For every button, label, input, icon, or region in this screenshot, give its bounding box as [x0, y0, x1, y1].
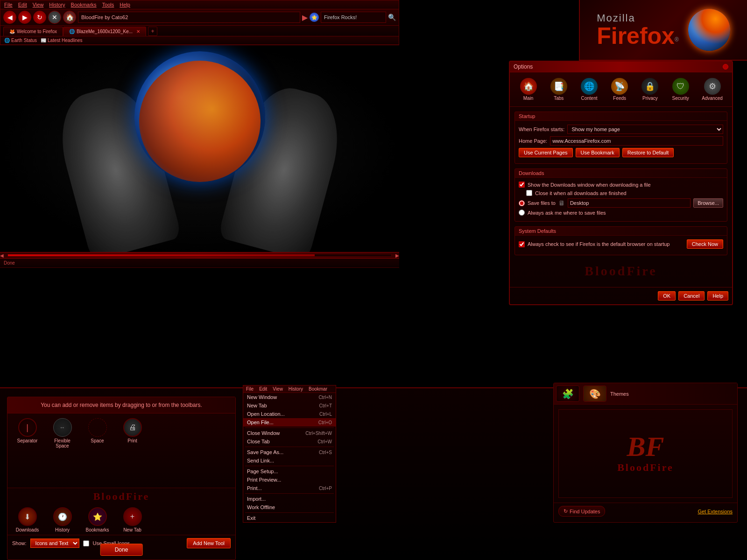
- pref-tab-feeds[interactable]: 📡 Feeds: [607, 76, 633, 103]
- tab-welcome[interactable]: 🦊 Welcome to Firefox: [3, 27, 63, 36]
- find-updates-button[interactable]: ↻ Find Updates: [558, 506, 605, 517]
- open-file-shortcut: Ctrl+O: [318, 420, 332, 425]
- use-bookmark-button[interactable]: Use Bookmark: [576, 148, 620, 157]
- extensions-tab-button[interactable]: 🧩: [556, 385, 579, 402]
- startup-section: Startup When Firefox starts: Show my hom…: [514, 112, 727, 164]
- cancel-button[interactable]: Cancel: [678, 291, 705, 301]
- pref-tab-advanced[interactable]: ⚙ Advanced: [698, 76, 726, 103]
- menu-bookmarks[interactable]: Bookmarks: [71, 2, 97, 7]
- bookmark-latest-headlines[interactable]: 📰 Latest Headlines: [41, 38, 83, 43]
- main-tab-label: Main: [523, 96, 534, 101]
- menu-open-location[interactable]: Open Location... Ctrl+L: [243, 410, 336, 418]
- space-label: Space: [91, 438, 104, 443]
- toolbar-item-bookmarks[interactable]: ⭐ Bookmarks: [82, 507, 113, 532]
- filemenu-bookmark[interactable]: Bookmar: [309, 386, 327, 392]
- bloodfire-brand-text: BloodFire: [7, 488, 235, 505]
- forward-button[interactable]: ▶: [18, 11, 31, 24]
- menu-close-window[interactable]: Close Window Ctrl+Shift+W: [243, 429, 336, 437]
- scroll-left-icon[interactable]: ◀: [0, 253, 4, 258]
- new-tab-button[interactable]: +: [148, 27, 157, 36]
- ok-button[interactable]: OK: [658, 291, 676, 301]
- toolbar-item-new-tab[interactable]: + New Tab: [117, 507, 148, 532]
- advanced-tab-label: Advanced: [702, 96, 722, 101]
- menu-save-page[interactable]: Save Page As... Ctrl+S: [243, 448, 336, 456]
- bookmark-earth-status[interactable]: 🌐 Earth Status: [4, 38, 37, 43]
- scroll-track[interactable]: [7, 254, 392, 257]
- show-label: Show:: [12, 540, 27, 546]
- system-defaults-body: Always check to see if Firefox is the de…: [515, 236, 727, 255]
- menu-page-setup[interactable]: Page Setup...: [243, 467, 336, 476]
- pref-tab-main[interactable]: 🏠 Main: [515, 76, 541, 103]
- show-select[interactable]: Icons and Text: [30, 539, 79, 548]
- get-extensions-link[interactable]: Get Extensions: [698, 509, 733, 514]
- menu-help[interactable]: Help: [120, 2, 130, 7]
- menu-new-window[interactable]: New Window Ctrl+N: [243, 393, 336, 401]
- go-button[interactable]: ▶: [302, 13, 308, 22]
- scroll-right-icon[interactable]: ▶: [395, 253, 399, 258]
- save-files-row: Save files to 🖥 Browse...: [519, 198, 723, 208]
- pref-tab-tabs[interactable]: 📑 Tabs: [546, 76, 571, 103]
- reload-button[interactable]: ↻: [33, 11, 46, 24]
- use-small-icons-checkbox[interactable]: [83, 540, 89, 546]
- refresh-icon: ↻: [564, 508, 568, 514]
- stop-button[interactable]: ✕: [48, 11, 61, 24]
- menu-tools[interactable]: Tools: [102, 2, 114, 7]
- filemenu-edit[interactable]: Edit: [259, 386, 267, 392]
- save-location-input[interactable]: [568, 198, 691, 208]
- menu-view[interactable]: View: [33, 2, 44, 7]
- add-new-tool-button[interactable]: Add New Tool: [187, 538, 231, 548]
- menu-close-tab[interactable]: Close Tab Ctrl+W: [243, 437, 336, 446]
- home-button[interactable]: 🏠: [63, 11, 76, 24]
- when-starts-select[interactable]: Show my home page: [567, 125, 723, 134]
- new-tab-label: New Tab: [123, 527, 141, 532]
- menu-new-tab[interactable]: New Tab Ctrl+T: [243, 401, 336, 410]
- scroll-thumb[interactable]: [8, 254, 315, 256]
- menu-exit[interactable]: Exit: [243, 514, 336, 522]
- pref-tab-content[interactable]: 🌐 Content: [577, 76, 602, 103]
- tab-blazeme[interactable]: 🌐 BlazeMe_1600x1200_Ke... ✕: [63, 27, 146, 36]
- toolbar-item-flexible-space[interactable]: ↔ Flexible Space: [47, 418, 78, 448]
- homepage-input[interactable]: [550, 136, 723, 146]
- show-downloads-checkbox[interactable]: [519, 182, 525, 188]
- menu-edit[interactable]: Edit: [18, 2, 27, 7]
- menu-send-link[interactable]: Send Link...: [243, 456, 336, 465]
- back-button[interactable]: ◀: [3, 11, 16, 24]
- browse-button[interactable]: Browse...: [693, 198, 723, 208]
- pref-tab-security[interactable]: 🛡 Security: [668, 76, 693, 103]
- menu-import[interactable]: Import...: [243, 495, 336, 503]
- toolbar-item-print[interactable]: 🖨 Print: [117, 418, 148, 443]
- toolbar-item-separator[interactable]: | Separator: [12, 418, 42, 443]
- menu-print[interactable]: Print... Ctrl+P: [243, 484, 336, 492]
- close-downloads-checkbox[interactable]: [526, 190, 532, 196]
- check-default-checkbox[interactable]: [519, 241, 525, 247]
- address-bar[interactable]: [78, 12, 300, 23]
- menu-print-preview[interactable]: Print Preview...: [243, 476, 336, 484]
- menu-work-offline[interactable]: Work Offline: [243, 503, 336, 511]
- menu-separator-2: [245, 447, 334, 447]
- restore-default-button[interactable]: Restore to Default: [622, 148, 674, 157]
- filemenu-file[interactable]: File: [246, 386, 254, 392]
- advanced-tab-icon: ⚙: [704, 78, 721, 95]
- pref-tab-privacy[interactable]: 🔒 Privacy: [637, 76, 663, 103]
- toolbar-item-history[interactable]: 🕐 History: [47, 507, 78, 532]
- help-button[interactable]: Help: [707, 291, 728, 301]
- filemenu-view[interactable]: View: [273, 386, 283, 392]
- search-icon[interactable]: 🔍: [388, 14, 396, 21]
- done-button[interactable]: Done: [100, 544, 143, 556]
- menu-file[interactable]: File: [4, 2, 13, 7]
- check-now-button[interactable]: Check Now: [687, 239, 723, 249]
- always-ask-radio[interactable]: [519, 210, 525, 216]
- horizontal-scrollbar[interactable]: ◀ ▶: [0, 252, 399, 259]
- toolbar-item-downloads[interactable]: ⬇ Downloads: [12, 507, 42, 532]
- menu-open-file[interactable]: Open File... Ctrl+O: [243, 418, 336, 427]
- use-current-pages-button[interactable]: Use Current Pages: [519, 148, 573, 157]
- toolbar-item-space[interactable]: Space: [82, 418, 113, 443]
- menu-history[interactable]: History: [49, 2, 65, 7]
- search-input[interactable]: [321, 12, 386, 23]
- close-tab-icon[interactable]: ✕: [136, 29, 140, 34]
- filemenu-history[interactable]: History: [289, 386, 303, 392]
- save-files-radio[interactable]: [519, 200, 525, 206]
- prefs-close-icon[interactable]: [723, 64, 728, 70]
- themes-tab-button[interactable]: 🎨: [583, 385, 606, 402]
- prefs-tab-bar: 🏠 Main 📑 Tabs 🌐 Content 📡 Feeds 🔒 Privac…: [510, 72, 732, 107]
